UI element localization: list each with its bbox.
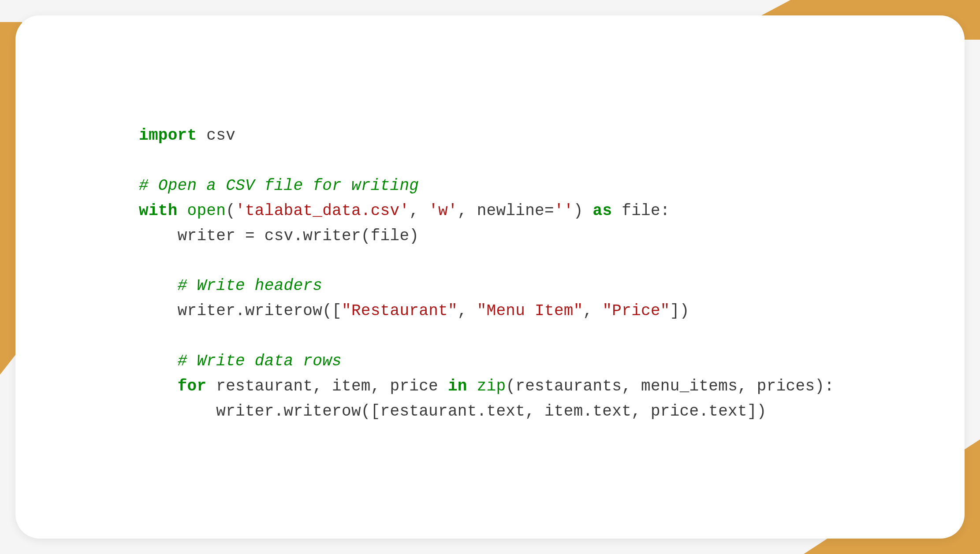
indent (139, 402, 216, 420)
keyword-as: as (593, 202, 612, 220)
builtin-open: open (187, 202, 226, 220)
string-price: "Price" (602, 302, 670, 320)
indent (139, 352, 178, 370)
loop-vars: restaurant, item, price (206, 377, 448, 395)
var-file: file: (612, 202, 670, 220)
string-restaurant: "Restaurant" (342, 302, 458, 320)
comment-open-csv: # Open a CSV file for writing (139, 177, 419, 195)
string-filename: 'talabat_data.csv' (235, 202, 409, 220)
indent (139, 377, 178, 395)
module-name: csv (197, 126, 235, 145)
writerow-data: writer.writerow([restaurant.text, item.t… (216, 402, 767, 420)
code-block: import csv # Open a CSV file for writing… (139, 123, 854, 424)
zip-args: (restaurants, menu_items, prices): (506, 377, 834, 395)
paren-close: ) (574, 202, 593, 220)
comma: , (583, 302, 603, 320)
comma: , (458, 302, 477, 320)
keyword-import: import (139, 126, 197, 145)
string-menu-item: "Menu Item" (477, 302, 583, 320)
builtin-zip: zip (477, 377, 506, 395)
space (467, 377, 477, 395)
keyword-in: in (448, 377, 467, 395)
comment-write-data: # Write data rows (178, 352, 342, 370)
paren: ( (226, 202, 235, 220)
keyword-for: for (178, 377, 207, 395)
indent (139, 302, 178, 320)
comment-write-headers: # Write headers (178, 277, 323, 295)
space (178, 202, 187, 220)
keyword-with: with (139, 202, 178, 220)
indent (139, 277, 178, 295)
string-empty: '' (554, 202, 574, 220)
writerow-pre: writer.writerow([ (178, 302, 342, 320)
string-mode: 'w' (429, 202, 458, 220)
arg-newline: , newline= (458, 202, 554, 220)
writerow-post: ]) (670, 302, 689, 320)
writer-assign: writer = csv.writer(file) (178, 227, 419, 245)
code-card: import csv # Open a CSV file for writing… (15, 15, 965, 539)
comma: , (409, 202, 429, 220)
indent (139, 227, 178, 245)
